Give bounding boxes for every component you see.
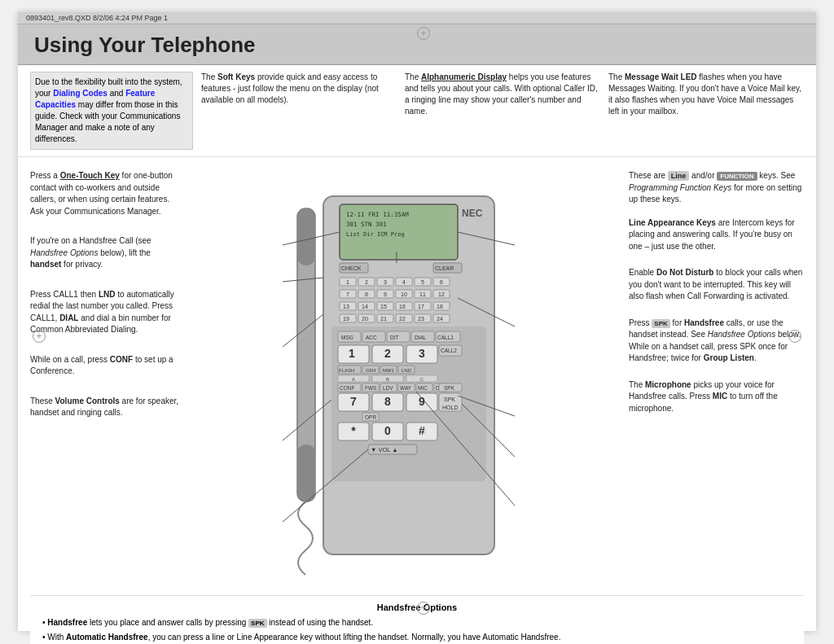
ls5-text1: These	[30, 396, 55, 405]
hf1-text2: instead of using the handset.	[267, 618, 374, 627]
svg-text:SPK: SPK	[444, 396, 455, 402]
svg-text:20: 20	[362, 316, 368, 322]
rs1-text1: These are	[629, 171, 668, 180]
intro-text-1b: and	[108, 89, 125, 98]
svg-text:19: 19	[343, 316, 349, 322]
rs4-spk-icon: SPK	[652, 319, 669, 328]
svg-text:23: 23	[418, 316, 424, 322]
intro-text-3a: The	[405, 72, 421, 81]
svg-rect-2	[297, 445, 315, 502]
svg-text:1: 1	[349, 347, 355, 360]
intro-box-4: The Message Wait LED flashes when you ha…	[608, 72, 804, 150]
left-panel: Press a One-Touch Key for one-button con…	[30, 164, 181, 595]
rs1-function-key: FUNCTION	[717, 172, 757, 181]
rs5-mic-key: MIC	[713, 392, 727, 401]
ls1-text1: Press a	[30, 171, 60, 180]
svg-text:ACC: ACC	[366, 335, 377, 340]
rs3-text1: Enable	[629, 268, 656, 277]
handsfree-options: Handsfree Options • Handsfree lets you p…	[30, 595, 804, 644]
svg-text:2: 2	[365, 279, 368, 285]
rs4-period: .	[754, 353, 757, 362]
intro-section: Due to the flexibility built into the sy…	[18, 65, 816, 157]
svg-text:11: 11	[419, 291, 426, 297]
svg-text:4: 4	[402, 279, 406, 285]
svg-text:12: 12	[438, 291, 445, 297]
svg-text:C: C	[420, 377, 424, 382]
phone-illustration: NEC 12-11 FRI 11:35AM 301 STN 301 List D…	[274, 164, 535, 595]
rs-section-5: The Microphone picks up your voice for H…	[629, 379, 804, 415]
rs-section-1: These are Line and/or FUNCTION keys. See…	[629, 170, 804, 206]
svg-text:18: 18	[437, 304, 443, 309]
svg-text:CALL1: CALL1	[437, 335, 454, 340]
ls2-text2: below), lift the	[98, 248, 150, 257]
svg-text:DIAL: DIAL	[415, 335, 427, 340]
ls5-vol: Volume Controls	[55, 396, 120, 405]
intro-box-1: Due to the flexibility built into the sy…	[30, 72, 193, 150]
hf2-text: , you can press a line or Line Appearanc…	[148, 633, 561, 642]
rs5-mic: Microphone	[645, 380, 691, 389]
svg-text:7: 7	[346, 291, 349, 297]
svg-text:HOLD: HOLD	[442, 405, 458, 410]
left-section-1: Press a One-Touch Key for one-button con…	[30, 170, 181, 217]
svg-text:List  Dir   ICM  Prog: List Dir ICM Prog	[346, 231, 405, 238]
svg-text:1: 1	[346, 279, 349, 285]
ls2-italic: Handsfree Options	[30, 248, 98, 257]
svg-text:6: 6	[440, 279, 443, 285]
hf1-key: Handsfree	[47, 618, 87, 627]
ls3-text1: Press CALL1 then	[30, 290, 99, 299]
svg-text:LDV: LDV	[383, 385, 393, 391]
svg-text:FWS: FWS	[365, 385, 377, 391]
ls2-handset: handset	[30, 260, 61, 269]
right-panel: These are Line and/or FUNCTION keys. See…	[629, 164, 804, 595]
svg-text:301        STN 301: 301 STN 301	[346, 221, 387, 228]
rs4-text1: Press	[629, 318, 652, 327]
ls4-conf: CONF	[110, 355, 133, 364]
svg-text:12-11 FRI 11:35AM: 12-11 FRI 11:35AM	[346, 211, 409, 218]
reg-mark-bottom: +	[417, 602, 430, 615]
hf-item-1: • Handsfree lets you place and answer ca…	[42, 617, 792, 629]
svg-text:5: 5	[421, 279, 424, 285]
intro-alphanum-display: Alphanumeric Display	[421, 72, 507, 81]
svg-text:MSG: MSG	[341, 335, 353, 340]
svg-text:9: 9	[384, 291, 387, 297]
hf-item-2: • With Automatic Handsfree, you can pres…	[42, 632, 792, 643]
rs-section-2: Line Appearance Keys are Intercom keys f…	[629, 217, 804, 253]
svg-text:MIC: MIC	[418, 385, 428, 391]
hf2-bullet: • With	[42, 633, 66, 642]
svg-text:3: 3	[384, 279, 387, 285]
svg-text:CLEAR: CLEAR	[435, 265, 454, 271]
left-section-4: While on a call, press CONF to set up a …	[30, 354, 181, 378]
phone-svg-container: NEC 12-11 FRI 11:35AM 301 STN 301 List D…	[189, 164, 621, 595]
intro-box-2: The Soft Keys provide quick and easy acc…	[201, 72, 397, 150]
rs1-italic: Programming Function Keys	[629, 183, 731, 192]
svg-text:14: 14	[362, 304, 368, 309]
ls2-text1: If you're on a Handsfree Call (see	[30, 236, 151, 245]
svg-text:NEC: NEC	[462, 208, 483, 219]
svg-text:LND: LND	[402, 368, 412, 373]
hf1-text1: lets you place and answer calls by press…	[87, 618, 248, 627]
svg-text:A: A	[352, 377, 355, 382]
svg-text:B: B	[386, 377, 389, 382]
svg-text:17: 17	[418, 304, 424, 309]
ls3-lnd: LND	[99, 290, 116, 299]
svg-text:CONF: CONF	[340, 385, 354, 391]
reg-mark-top: +	[417, 27, 430, 40]
left-section-2: If you're on a Handsfree Call (see Hands…	[30, 235, 181, 271]
rs5-text1: The	[629, 380, 645, 389]
svg-text:CHECK: CHECK	[341, 265, 362, 271]
rs3-dnd: Do Not Disturb	[656, 268, 714, 277]
rs4-text2: for	[670, 318, 684, 327]
intro-dialing-codes: Dialing Codes	[53, 89, 108, 98]
hf2-key: Automatic Handsfree	[66, 633, 148, 642]
top-bar: 0893401_rev8.QXD 8/2/06 4:24 PM Page 1	[18, 12, 816, 24]
svg-text:16: 16	[399, 304, 406, 309]
rs1-text3: keys. See	[757, 171, 796, 180]
svg-rect-1	[297, 208, 315, 265]
svg-text:3: 3	[419, 347, 425, 360]
ls4-text1: While on a call, press	[30, 355, 110, 364]
reg-mark-right: +	[788, 330, 801, 343]
svg-text:7: 7	[350, 395, 357, 408]
svg-text:13: 13	[343, 304, 349, 309]
svg-text:8: 8	[384, 395, 391, 408]
rs4-group-listen: Group Listen	[704, 353, 754, 362]
